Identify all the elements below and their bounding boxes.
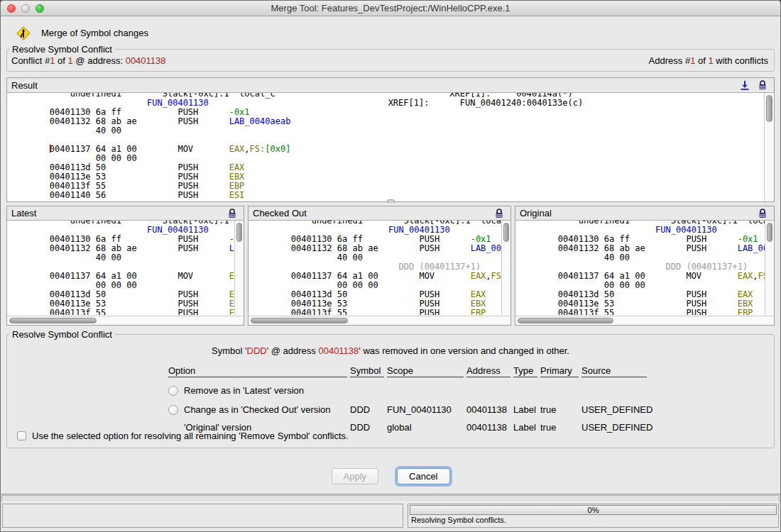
col-primary: Primary <box>540 365 579 377</box>
lock-icon[interactable] <box>495 209 503 218</box>
latest-panel: Latest undefined1 Stack[-0xc]: <box>6 206 244 326</box>
latest-vertical-scrollbar[interactable] <box>234 221 244 315</box>
col-option: Option <box>168 365 347 377</box>
conflict-summary-title: Resolve Symbol Conflict <box>9 44 115 55</box>
checked-out-listing[interactable]: undefined1 Stack[-0xc]:1 local_c FUN_004… <box>248 221 510 315</box>
window-title: Merge Tool: Features_DevTestProject:/Win… <box>1 3 780 13</box>
latest-listing[interactable]: undefined1 Stack[-0xc]:1 local_c FUN_004… <box>7 221 244 315</box>
original-header: Original <box>515 206 774 221</box>
status-row: 0% Resolving Symbol conflicts. <box>1 504 780 528</box>
titlebar[interactable]: Merge Tool: Features_DevTestProject:/Win… <box>1 1 780 16</box>
col-symbol: Symbol <box>350 365 384 377</box>
apply-to-all-checkbox[interactable] <box>17 431 26 440</box>
status-message-bar <box>1 495 780 502</box>
progress-bar: 0% <box>410 505 777 515</box>
progress-panel: 0% Resolving Symbol conflicts. <box>408 504 779 528</box>
lock-icon[interactable] <box>758 80 767 90</box>
result-title: Result <box>11 80 740 91</box>
merge-tool-window: Merge Tool: Features_DevTestProject:/Win… <box>0 0 781 532</box>
down-arrow-icon[interactable] <box>740 80 750 90</box>
scrollbar-thumb[interactable] <box>236 223 242 242</box>
statusbar: 0% Resolving Symbol conflicts. <box>1 494 780 531</box>
status-left-panel <box>2 504 403 528</box>
original-vertical-scrollbar[interactable] <box>765 221 774 315</box>
resolve-conflict-title: Resolve Symbol Conflict <box>9 329 115 340</box>
merge-sign-icon <box>16 26 31 40</box>
original-listing[interactable]: undefined1 Stack[-0xc]:1 local_c FUN_004… <box>515 221 774 315</box>
remove-latest-radio[interactable] <box>168 386 178 396</box>
apply-button[interactable]: Apply <box>332 468 379 484</box>
col-source: Source <box>581 365 647 377</box>
address-counter: Address #1 of 1 with conflicts <box>649 55 768 66</box>
original-title: Original <box>520 208 758 218</box>
banner-label: Merge of Symbol changes <box>41 28 148 38</box>
scrollbar-thumb[interactable] <box>518 318 613 323</box>
option-table-header: Option Symbol Scope Address Type Primary… <box>168 365 647 377</box>
result-listing[interactable]: undefined1 Stack[-0xc]:1 local_c XREF[1]… <box>7 93 774 202</box>
checked-out-vertical-scrollbar[interactable] <box>501 221 510 315</box>
col-address: Address <box>466 365 510 377</box>
option-table: Option Symbol Scope Address Type Primary… <box>168 365 647 433</box>
apply-to-all-row: Use the selected option for resolving al… <box>17 431 349 441</box>
option-label[interactable]: Change as in 'Checked Out' version <box>184 404 331 415</box>
col-type: Type <box>513 365 537 377</box>
option-label[interactable]: Remove as in 'Latest' version <box>184 385 304 396</box>
lock-icon[interactable] <box>758 209 767 218</box>
result-vertical-scrollbar[interactable] <box>764 93 774 202</box>
original-horizontal-scrollbar[interactable] <box>515 316 774 325</box>
latest-horizontal-scrollbar[interactable] <box>7 316 244 325</box>
latest-header: Latest <box>7 206 244 221</box>
table-row: Remove as in 'Latest' version <box>168 385 647 396</box>
scrollbar-thumb[interactable] <box>9 318 97 323</box>
dialog-buttons: Apply Cancel <box>1 468 780 484</box>
cancel-button[interactable]: Cancel <box>397 468 449 484</box>
apply-to-all-label[interactable]: Use the selected option for resolving al… <box>32 431 349 441</box>
checked-out-panel: Checked Out undefined1 Stack[- <box>248 206 511 326</box>
version-panes: Latest undefined1 Stack[-0xc]: <box>6 206 775 326</box>
original-panel: Original undefined1 Stack[-0xc <box>515 206 775 326</box>
conflict-summary-group: Resolve Symbol Conflict Conflict #1 of 1… <box>6 44 775 72</box>
conflict-counter: Conflict #1 of 1 @ address: 00401138 <box>11 55 166 66</box>
result-panel: Result <box>6 77 775 202</box>
merge-panels: Result <box>6 77 775 326</box>
checked-out-horizontal-scrollbar[interactable] <box>248 316 510 325</box>
conflict-summary-row: Conflict #1 of 1 @ address: 00401138 Add… <box>7 55 774 71</box>
scrollbar-thumb[interactable] <box>766 95 772 122</box>
latest-title: Latest <box>11 208 228 218</box>
conflict-prompt: Symbol 'DDD' @ address 00401138' was rem… <box>7 340 774 356</box>
resolve-conflict-group: Resolve Symbol Conflict Symbol 'DDD' @ a… <box>6 329 775 448</box>
scrollbar-thumb[interactable] <box>503 223 509 242</box>
result-header: Result <box>7 78 774 93</box>
scrollbar-thumb[interactable] <box>251 318 348 323</box>
change-checked-out-radio[interactable] <box>168 405 178 415</box>
merge-banner: Merge of Symbol changes <box>1 16 780 40</box>
checked-out-title: Checked Out <box>253 208 495 218</box>
scrollbar-thumb[interactable] <box>767 223 772 242</box>
checked-out-header: Checked Out <box>248 206 510 221</box>
lock-icon[interactable] <box>228 209 236 218</box>
progress-caption: Resolving Symbol conflicts. <box>410 515 777 524</box>
progress-percent: 0% <box>588 506 599 514</box>
splitter-handle-icon[interactable] <box>387 199 395 203</box>
col-scope: Scope <box>387 365 464 377</box>
table-row: Change as in 'Checked Out' version DDD F… <box>168 404 647 415</box>
